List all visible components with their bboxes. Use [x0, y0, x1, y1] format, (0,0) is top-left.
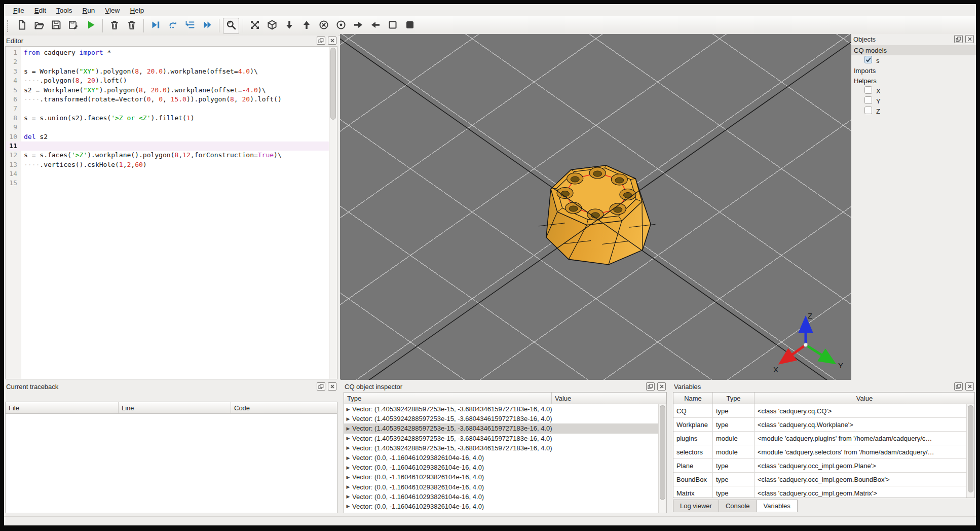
inspector-row[interactable]: ▶Vector: (1.4053924288597253e-15, -3.680…	[344, 434, 659, 443]
inspector-col-type[interactable]: Type	[344, 393, 552, 404]
variables-col-type[interactable]: Type	[713, 393, 755, 404]
bottom-view-button[interactable]	[333, 18, 349, 34]
wireframe-view-button[interactable]	[385, 18, 401, 34]
delete-button[interactable]	[106, 18, 123, 34]
objects-tree-x[interactable]: X	[851, 86, 976, 96]
objects-close-button[interactable]	[965, 35, 974, 43]
variables-col-value[interactable]: Value	[755, 393, 974, 404]
variables-float-button[interactable]	[954, 382, 963, 391]
inspector-row[interactable]: ▶Vector: (0.0, -1.1604610293826104e-16, …	[344, 502, 659, 511]
code-line-3[interactable]: 3s = Workplane("XY").polygon(8, 20.0).wo…	[6, 67, 329, 76]
tab-console[interactable]: Console	[719, 500, 757, 512]
inspector-row[interactable]: ▶Vector: (0.0, -1.1604610293826104e-16, …	[344, 492, 659, 502]
3d-viewport[interactable]: ZXY	[340, 34, 852, 380]
inspector-row[interactable]: ▶Vector: (1.4053924288597253e-15, -3.680…	[344, 443, 659, 453]
code-line-5[interactable]: 5s2 = Workplane("XY").polygon(8, 20.0).w…	[6, 86, 329, 95]
objects-tree-z[interactable]: Z	[851, 106, 976, 116]
traceback-col-code[interactable]: Code	[231, 402, 337, 413]
menu-edit[interactable]: Edit	[29, 6, 51, 15]
menu-help[interactable]: Help	[125, 6, 149, 15]
menu-view[interactable]: View	[100, 6, 125, 15]
objects-tree-y[interactable]: Y	[851, 96, 976, 106]
code-line-1[interactable]: 1from cadquery import *	[6, 48, 329, 57]
code-line-6[interactable]: 6····.transformed(rotate=Vector(0, 0, 15…	[6, 95, 329, 104]
code-line-13[interactable]: 13····.vertices().cskHole(1,2,60)	[6, 160, 329, 169]
save-button[interactable]	[48, 18, 64, 34]
expand-arrow-icon[interactable]: ▶	[344, 416, 352, 421]
menu-run[interactable]: Run	[78, 6, 100, 15]
editor-float-button[interactable]	[317, 37, 325, 45]
inspector-row[interactable]: ▶Vector: (1.4053924288597253e-15, -3.680…	[344, 404, 659, 414]
inspector-scrollbar-thumb[interactable]	[660, 405, 665, 500]
editor-close-button[interactable]	[328, 37, 336, 45]
objects-tree-helpers[interactable]: Helpers	[851, 76, 976, 86]
objects-tree-s[interactable]: s	[851, 55, 976, 65]
objects-float-button[interactable]	[954, 35, 963, 43]
traceback-close-button[interactable]	[328, 382, 336, 391]
traceback-col-file[interactable]: File	[6, 402, 119, 413]
expand-arrow-icon[interactable]: ▶	[344, 426, 352, 431]
unchecked-checkbox[interactable]	[864, 107, 876, 116]
objects-tree-cq-models[interactable]: CQ models	[851, 45, 976, 55]
inspect-button[interactable]	[223, 18, 239, 34]
editor-scrollbar[interactable]	[329, 47, 337, 379]
step-button[interactable]	[165, 18, 181, 34]
expand-arrow-icon[interactable]: ▶	[344, 484, 352, 489]
checked-checkbox[interactable]	[864, 56, 876, 65]
expand-arrow-icon[interactable]: ▶	[344, 504, 352, 509]
top-view-button[interactable]	[316, 18, 332, 34]
variable-row-Plane[interactable]: Planetype<class 'cadquery.occ_impl.geom.…	[673, 459, 967, 473]
save-as-button[interactable]	[65, 18, 82, 34]
variables-close-button[interactable]	[965, 382, 974, 391]
inspector-row[interactable]: ▶Vector: (0.0, -1.1604610293826104e-16, …	[344, 472, 659, 482]
shaded-view-button[interactable]	[402, 18, 418, 34]
debug-button[interactable]	[147, 18, 164, 34]
traceback-col-line[interactable]: Line	[119, 402, 231, 413]
expand-arrow-icon[interactable]: ▶	[344, 436, 352, 441]
toolbar-grip[interactable]	[7, 20, 11, 32]
expand-arrow-icon[interactable]: ▶	[344, 494, 352, 499]
code-editor[interactable]: 1from cadquery import *23s = Workplane("…	[5, 46, 337, 379]
variable-row-selectors[interactable]: selectorsmodule<module 'cadquery.selecto…	[673, 445, 967, 459]
new-file-button[interactable]	[14, 18, 30, 34]
unchecked-checkbox[interactable]	[864, 96, 876, 105]
step-in-button[interactable]	[182, 18, 198, 34]
variables-col-name[interactable]: Name	[673, 393, 713, 404]
variable-row-plugins[interactable]: pluginsmodule<module 'cadquery.plugins' …	[673, 432, 967, 445]
expand-arrow-icon[interactable]: ▶	[344, 445, 352, 450]
code-line-9[interactable]: 9	[6, 123, 329, 132]
open-file-button[interactable]	[31, 18, 47, 34]
code-line-2[interactable]: 2	[6, 57, 329, 66]
expand-arrow-icon[interactable]: ▶	[344, 475, 352, 480]
expand-arrow-icon[interactable]: ▶	[344, 465, 352, 470]
code-line-4[interactable]: 4····.polygon(8, 20).loft()	[6, 76, 329, 85]
variable-row-Workplane[interactable]: Workplanetype<class 'cadquery.cq.Workpla…	[673, 418, 967, 432]
inspector-close-button[interactable]	[657, 382, 666, 391]
objects-tree-imports[interactable]: Imports	[851, 65, 976, 76]
menu-tools[interactable]: Tools	[51, 6, 78, 15]
right-view-button[interactable]	[367, 18, 384, 34]
tab-variables[interactable]: Variables	[757, 500, 798, 512]
inspector-row[interactable]: ▶Vector: (1.4053924288597253e-15, -3.680…	[344, 414, 659, 423]
inspector-col-value[interactable]: Value	[552, 393, 666, 404]
inspector-row[interactable]: ▶Vector: (0.0, -1.1604610293826104e-16, …	[344, 463, 659, 472]
variables-scrollbar-thumb[interactable]	[968, 405, 973, 492]
code-line-12[interactable]: 12s = s.faces('>Z').workplane().polygon(…	[6, 151, 329, 160]
inspector-row[interactable]: ▶Vector: (1.4053924288597253e-15, -3.680…	[344, 423, 659, 433]
fit-view-button[interactable]	[247, 18, 263, 34]
traceback-float-button[interactable]	[317, 382, 325, 391]
variables-scrollbar[interactable]	[966, 404, 974, 498]
inspector-row[interactable]: ▶Vector: (0.0, -1.1604610293826104e-16, …	[344, 511, 659, 513]
continue-button[interactable]	[199, 18, 215, 34]
code-line-15[interactable]: 15	[6, 179, 329, 188]
variable-row-Matrix[interactable]: Matrixtype<class 'cadquery.occ_impl.geom…	[673, 486, 967, 498]
delete-all-button[interactable]	[124, 18, 140, 34]
inspector-float-button[interactable]	[646, 382, 655, 391]
iso-view-button[interactable]	[264, 18, 280, 34]
expand-arrow-icon[interactable]: ▶	[344, 407, 352, 412]
code-line-10[interactable]: 10del s2	[6, 132, 329, 141]
variable-row-BoundBox[interactable]: BoundBoxtype<class 'cadquery.occ_impl.ge…	[673, 473, 967, 486]
tab-log-viewer[interactable]: Log viewer	[673, 500, 719, 512]
expand-arrow-icon[interactable]: ▶	[344, 455, 352, 461]
code-line-14[interactable]: 14	[6, 169, 329, 179]
